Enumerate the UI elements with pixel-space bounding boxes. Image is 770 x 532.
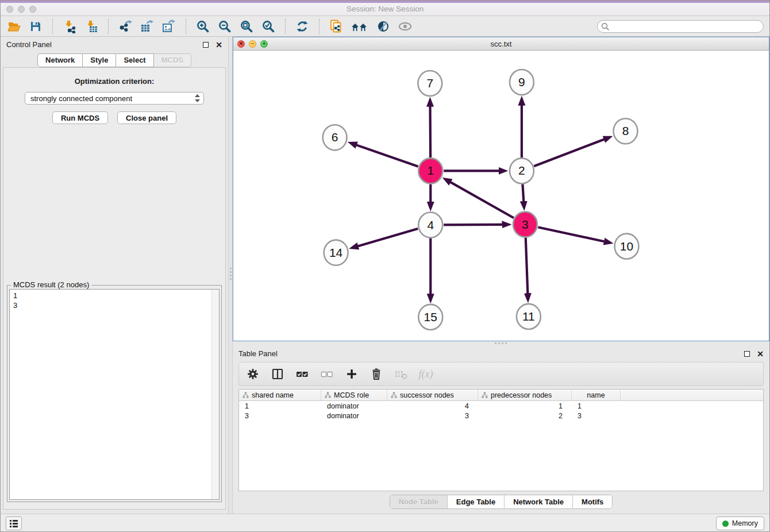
mcds-result-line: 1 [13, 291, 210, 300]
column-label: name [587, 391, 605, 399]
tab-edge-table[interactable]: Edge Table [447, 495, 504, 508]
optimization-criterion-select[interactable]: strongly connected component [25, 92, 204, 105]
cell-predecessor-nodes[interactable]: 1 [478, 402, 572, 410]
frame-close-button[interactable]: ✕ [237, 40, 245, 48]
save-session-icon[interactable] [28, 19, 43, 34]
splitter-grip [230, 268, 232, 282]
show-column-icon[interactable] [271, 367, 284, 381]
graph-edge-3-11[interactable] [526, 238, 528, 294]
hide-selected-icon[interactable] [398, 19, 413, 34]
graph-node-label: 7 [426, 76, 433, 90]
hierarchy-icon [325, 392, 331, 398]
select-all-checkboxes-icon[interactable] [295, 367, 309, 381]
first-neighbors-icon[interactable] [351, 19, 369, 34]
node-table-header-row: shared name MCDS role successor nodes [239, 390, 763, 401]
table-panel-float-icon[interactable] [744, 351, 750, 357]
frame-maximize-button[interactable]: + [260, 40, 268, 48]
graph-edge-2-3[interactable] [522, 184, 523, 202]
open-session-icon[interactable] [6, 19, 21, 34]
table-row[interactable]: 3 dominator 3 2 3 [239, 411, 763, 421]
cell-successor-nodes[interactable]: 3 [387, 412, 478, 420]
control-panel-close-icon[interactable]: ✕ [215, 42, 222, 48]
graph-node-label: 9 [518, 75, 525, 88]
column-header-successor-nodes[interactable]: successor nodes [387, 390, 478, 400]
graph-node-label: 14 [329, 246, 343, 259]
cell-mcds-role[interactable]: dominator [321, 412, 387, 420]
cell-name[interactable]: 1 [572, 402, 621, 410]
graph-edge-1-7[interactable] [430, 106, 431, 157]
toolbar-separator [319, 19, 319, 34]
column-header-name[interactable]: name [572, 390, 621, 400]
window-title: Session: New Session [1, 5, 769, 13]
graph-edges[interactable] [356, 105, 605, 295]
column-header-shared-name[interactable]: shared name [239, 390, 321, 400]
table-row[interactable]: 1 dominator 4 1 1 [239, 401, 763, 411]
memory-button[interactable]: Memory [716, 516, 764, 530]
clone-network-icon[interactable] [329, 19, 344, 34]
tab-network[interactable]: Network [37, 53, 83, 67]
cell-mcds-role[interactable]: dominator [321, 402, 387, 410]
zoom-fit-icon[interactable] [239, 19, 254, 34]
add-column-icon[interactable] [345, 367, 359, 381]
cell-shared-name[interactable]: 1 [239, 402, 321, 410]
cell-predecessor-nodes[interactable]: 2 [478, 412, 572, 420]
graph-node-label: 11 [522, 310, 535, 323]
cell-successor-nodes[interactable]: 4 [387, 402, 478, 410]
control-panel-float-icon[interactable] [203, 42, 209, 48]
cell-name[interactable]: 3 [572, 412, 621, 420]
graph-node-label: 15 [424, 310, 437, 323]
tab-mcds[interactable]: MCDS [154, 53, 191, 67]
mcds-result-textarea[interactable]: 1 3 [9, 289, 220, 500]
cell-shared-name[interactable]: 3 [239, 412, 321, 420]
apply-style-icon[interactable] [376, 19, 391, 34]
graph-edge-4-3[interactable] [444, 225, 503, 225]
graph-edge-3-10[interactable] [538, 227, 605, 241]
graph-edge-4-14[interactable] [357, 229, 418, 246]
frame-minimize-button[interactable]: − [249, 40, 256, 48]
import-network-icon[interactable] [62, 19, 77, 34]
column-label: predecessor nodes [491, 391, 552, 399]
optimization-criterion-label: Optimization criterion: [75, 77, 155, 86]
vertical-splitter[interactable] [228, 37, 233, 514]
column-header-mcds-role[interactable]: MCDS role [321, 390, 387, 400]
search-icon [601, 22, 610, 31]
export-image-icon[interactable] [161, 19, 176, 34]
network-canvas[interactable]: 1234678910111415 [233, 51, 769, 341]
horizontal-splitter[interactable] [233, 341, 769, 346]
graph-edge-2-8[interactable] [534, 139, 605, 166]
table-panel-header: Table Panel ✕ [233, 346, 769, 361]
search-input[interactable] [597, 20, 764, 33]
table-panel-close-icon[interactable]: ✕ [757, 351, 764, 357]
close-panel-button[interactable]: Close panel [117, 111, 176, 124]
import-table-icon[interactable] [84, 19, 99, 34]
table-toolbar: f(x) [238, 362, 764, 386]
tab-style[interactable]: Style [83, 53, 116, 67]
table-options-gear-icon[interactable] [246, 367, 260, 381]
graph-edge-1-6[interactable] [356, 145, 418, 167]
table-tabs-bar: Node Table Edge Table Network Table Moti… [233, 491, 769, 512]
tab-select[interactable]: Select [116, 53, 153, 67]
tab-node-table[interactable]: Node Table [390, 495, 447, 508]
deselect-all-checkboxes-icon[interactable] [320, 367, 334, 381]
network-view-frame: ✕ − + scc.txt 12346789101114 [233, 37, 769, 341]
export-network-icon[interactable] [118, 19, 133, 34]
graph-edge-3-1[interactable] [450, 182, 514, 218]
task-history-button[interactable] [6, 516, 22, 530]
tab-motifs[interactable]: Motifs [572, 495, 612, 508]
zoom-in-icon[interactable] [195, 19, 210, 34]
network-canvas-svg[interactable]: 1234678910111415 [233, 51, 769, 341]
result-scrollbar[interactable] [211, 290, 219, 499]
delete-columns-trash-icon[interactable] [369, 367, 383, 381]
refresh-layout-icon[interactable] [295, 19, 310, 34]
main-toolbar [1, 16, 769, 37]
export-table-icon[interactable] [140, 19, 155, 34]
column-header-predecessor-nodes[interactable]: predecessor nodes [478, 390, 572, 400]
toolbar-separator [52, 19, 53, 34]
zoom-out-icon[interactable] [217, 19, 232, 34]
mcds-result-title: MCDS result (2 nodes) [11, 280, 91, 289]
select-spinner-icon [195, 94, 200, 102]
run-mcds-button[interactable]: Run MCDS [52, 111, 108, 124]
zoom-selected-icon[interactable] [261, 19, 276, 34]
tab-network-table[interactable]: Network Table [504, 495, 572, 508]
column-label: successor nodes [400, 391, 454, 399]
